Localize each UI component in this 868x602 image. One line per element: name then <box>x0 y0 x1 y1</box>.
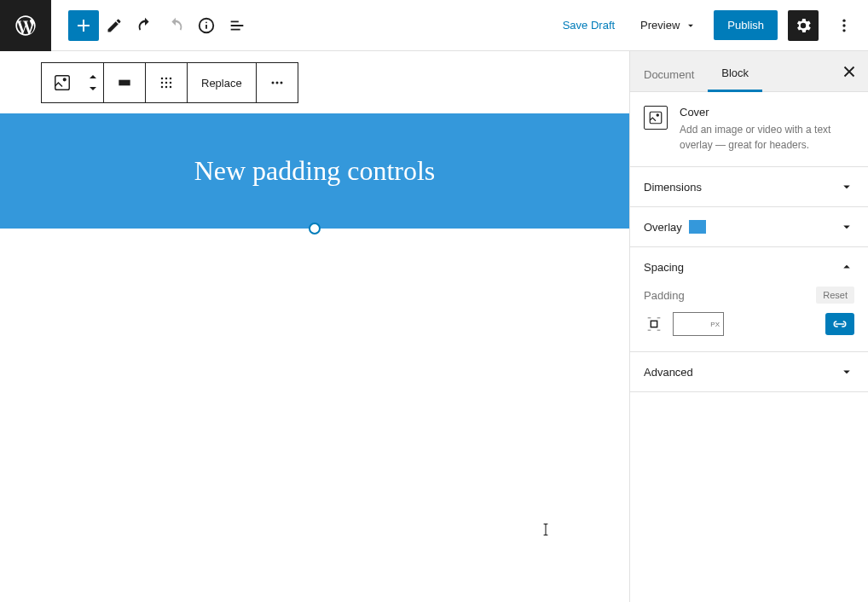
svg-rect-8 <box>119 80 130 86</box>
redo-button[interactable] <box>160 10 191 41</box>
svg-point-19 <box>275 82 278 84</box>
align-full-icon <box>116 74 133 91</box>
gear-icon <box>794 16 813 35</box>
chevron-up-icon <box>839 259 854 275</box>
chevron-down-icon <box>839 179 854 194</box>
block-card-icon <box>644 106 668 130</box>
undo-button[interactable] <box>130 10 160 41</box>
tab-document[interactable]: Document <box>630 56 708 91</box>
padding-label: Padding <box>644 289 685 302</box>
cover-resize-handle[interactable] <box>309 223 321 234</box>
panel-overlay: Overlay <box>630 207 868 247</box>
svg-rect-23 <box>651 321 657 327</box>
block-type-button[interactable] <box>42 63 83 102</box>
svg-point-5 <box>842 29 845 32</box>
svg-point-16 <box>165 86 168 89</box>
padding-reset-button[interactable]: Reset <box>816 287 854 304</box>
text-caret-icon <box>542 522 549 537</box>
tab-block[interactable]: Block <box>708 55 762 92</box>
svg-point-20 <box>280 82 282 84</box>
svg-point-18 <box>271 82 274 84</box>
svg-point-9 <box>161 78 164 80</box>
svg-rect-21 <box>650 112 662 124</box>
editor-canvas[interactable]: Replace New padding controls <box>0 51 629 602</box>
ellipsis-icon <box>269 74 286 91</box>
sidebar-tabs: Document Block <box>630 51 868 92</box>
close-sidebar-button[interactable] <box>837 60 861 84</box>
outline-button[interactable] <box>222 10 252 41</box>
preview-button[interactable]: Preview <box>634 14 703 37</box>
svg-point-2 <box>205 21 207 23</box>
panel-advanced: Advanced <box>630 352 868 392</box>
chevron-down-icon <box>839 219 854 234</box>
publish-button[interactable]: Publish <box>714 10 778 40</box>
kebab-icon <box>836 17 853 34</box>
close-icon <box>840 62 859 81</box>
block-more-button[interactable] <box>257 63 298 102</box>
svg-point-7 <box>63 78 66 81</box>
info-button[interactable] <box>191 10 222 41</box>
grid-dots-icon <box>158 74 175 91</box>
panel-advanced-toggle[interactable]: Advanced <box>630 352 868 391</box>
move-arrows-icon <box>86 73 100 92</box>
svg-point-3 <box>842 19 845 21</box>
cover-icon <box>53 73 72 92</box>
svg-point-11 <box>170 78 172 80</box>
link-icon <box>832 318 848 330</box>
padding-value-input[interactable]: PX <box>673 312 724 336</box>
panel-dimensions-toggle[interactable]: Dimensions <box>630 167 868 206</box>
svg-point-17 <box>170 86 172 89</box>
block-card-title: Cover <box>680 106 854 119</box>
svg-point-13 <box>165 82 168 84</box>
svg-point-4 <box>842 24 845 26</box>
svg-point-14 <box>170 82 172 84</box>
block-card: Cover Add an image or video with a text … <box>630 92 868 167</box>
chevron-down-icon <box>839 364 854 379</box>
svg-point-22 <box>657 114 658 116</box>
panel-overlay-toggle[interactable]: Overlay <box>630 207 868 246</box>
wordpress-logo-button[interactable] <box>0 0 51 51</box>
content-position-button[interactable] <box>146 63 187 102</box>
panel-dimensions: Dimensions <box>630 167 868 207</box>
link-sides-button[interactable] <box>825 313 854 335</box>
cover-icon <box>648 110 663 125</box>
cover-title[interactable]: New padding controls <box>194 155 436 187</box>
panel-spacing: Spacing Padding Reset PX <box>630 247 868 352</box>
svg-point-10 <box>165 78 168 80</box>
edit-mode-button[interactable] <box>99 10 130 41</box>
overlay-color-swatch[interactable] <box>689 220 706 234</box>
top-toolbar: Save Draft Preview Publish <box>0 0 868 51</box>
save-draft-button[interactable]: Save Draft <box>554 14 623 37</box>
svg-point-15 <box>161 86 164 89</box>
padding-sides-icon <box>644 314 664 334</box>
align-button[interactable] <box>104 63 145 102</box>
cover-block[interactable]: New padding controls <box>0 113 629 229</box>
settings-sidebar: Document Block Cover Add an image or vid… <box>629 51 868 602</box>
block-card-description: Add an image or video with a text overla… <box>680 122 854 153</box>
block-toolbar: Replace <box>41 62 298 103</box>
panel-spacing-toggle[interactable]: Spacing <box>630 247 868 287</box>
more-options-button[interactable] <box>829 10 859 41</box>
settings-button[interactable] <box>788 10 819 41</box>
svg-rect-6 <box>55 76 70 90</box>
replace-media-button[interactable]: Replace <box>188 77 256 90</box>
preview-label: Preview <box>640 19 680 32</box>
chevron-down-icon <box>685 20 697 32</box>
move-up-down-button[interactable] <box>83 63 103 102</box>
svg-point-12 <box>161 82 164 84</box>
add-block-button[interactable] <box>68 10 99 41</box>
